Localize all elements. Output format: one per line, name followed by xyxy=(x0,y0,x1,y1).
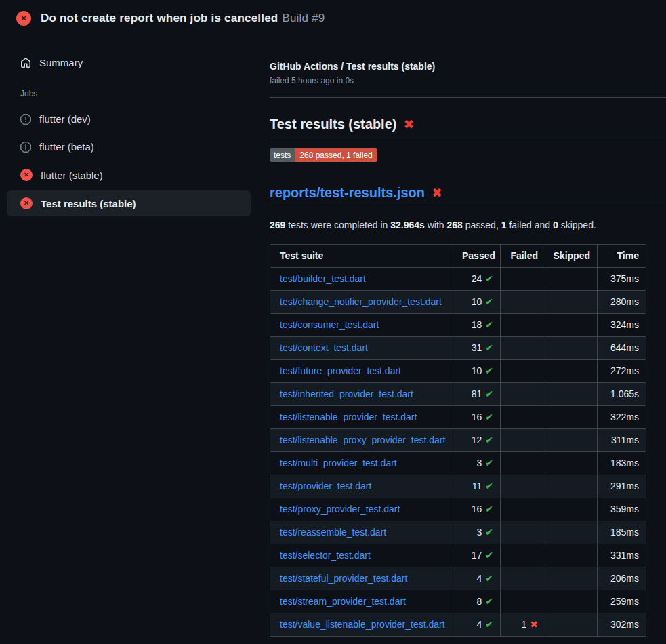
check-icon: ✔ xyxy=(485,504,493,515)
test-suite-cell: test/consumer_test.dart xyxy=(270,314,455,337)
check-icon: ✔ xyxy=(485,296,493,307)
check-icon: ✔ xyxy=(485,596,493,607)
passed-cell: 12✔ xyxy=(455,429,501,452)
sidebar-item-flutter-beta[interactable]: flutter (beta) xyxy=(7,134,251,159)
sidebar-item-label: flutter (beta) xyxy=(39,141,94,153)
failed-cell xyxy=(501,567,545,590)
test-suite-link[interactable]: test/listenable_provider_test.dart xyxy=(280,411,417,422)
failed-cell xyxy=(501,590,545,613)
test-suite-link[interactable]: test/selector_test.dart xyxy=(280,550,371,561)
sidebar-item-flutter-stable[interactable]: ✕ flutter (stable) xyxy=(7,162,251,188)
test-suite-link[interactable]: test/multi_provider_test.dart xyxy=(280,458,397,468)
skipped-cell xyxy=(545,521,598,544)
table-row: test/stateful_provider_test.dart4✔206ms xyxy=(270,567,646,590)
sidebar-item-label: flutter (dev) xyxy=(39,113,91,125)
summary-text: with xyxy=(425,220,447,230)
table-row: test/future_provider_test.dart10✔272ms xyxy=(270,360,646,383)
test-suite-link[interactable]: test/future_provider_test.dart xyxy=(280,365,401,376)
check-icon: ✔ xyxy=(485,550,493,561)
time-cell: 183ms xyxy=(598,452,646,475)
failed-cell xyxy=(501,498,545,521)
skipped-cell xyxy=(545,383,598,406)
test-suite-link[interactable]: test/reassemble_test.dart xyxy=(280,527,386,538)
table-row: test/change_notifier_provider_test.dart1… xyxy=(270,291,646,314)
check-icon: ✔ xyxy=(485,411,493,422)
check-icon: ✔ xyxy=(485,342,493,353)
table-row: test/builder_test.dart24✔375ms xyxy=(270,268,646,291)
test-results-table: Test suite Passed Failed Skipped Time te… xyxy=(270,244,646,637)
skipped-cell xyxy=(545,314,598,337)
divider xyxy=(270,97,666,98)
build-number: Build #9 xyxy=(282,12,325,24)
test-suite-cell: test/value_listenable_provider_test.dart xyxy=(270,613,455,637)
passed-cell: 4✔ xyxy=(455,567,501,590)
passed-cell-value: 12 xyxy=(472,435,482,445)
passed-cell-value: 4 xyxy=(476,573,482,584)
table-row: test/inherited_provider_test.dart81✔1.06… xyxy=(270,383,646,406)
test-suite-link[interactable]: test/provider_test.dart xyxy=(280,481,371,491)
test-suite-cell: test/context_test.dart xyxy=(270,337,455,360)
passed-cell: 31✔ xyxy=(455,337,501,360)
sidebar-item-label: Summary xyxy=(39,57,83,68)
skipped-cell xyxy=(545,544,598,567)
check-icon: ✔ xyxy=(485,481,493,491)
time-cell: 311ms xyxy=(598,429,646,452)
table-row: test/multi_provider_test.dart3✔183ms xyxy=(270,452,646,475)
passed-cell-value: 3 xyxy=(476,458,482,468)
results-table-body: test/builder_test.dart24✔375mstest/chang… xyxy=(270,268,646,637)
table-row: test/context_test.dart31✔644ms xyxy=(270,337,646,360)
passed-cell: 16✔ xyxy=(455,498,501,521)
time-cell: 185ms xyxy=(598,521,646,544)
test-suite-link[interactable]: test/inherited_provider_test.dart xyxy=(280,388,413,399)
check-icon: ✔ xyxy=(485,619,493,630)
time-cell: 291ms xyxy=(598,475,646,498)
column-header-test-suite: Test suite xyxy=(270,245,455,268)
passed-cell-value: 4 xyxy=(476,619,482,630)
summary-text: passed, xyxy=(463,220,501,230)
tests-badge: tests 268 passed, 1 failed xyxy=(270,148,377,162)
sidebar-item-flutter-dev[interactable]: flutter (dev) xyxy=(7,106,251,132)
sidebar-item-label: flutter (stable) xyxy=(41,169,103,181)
passed-cell-value: 81 xyxy=(472,388,482,399)
sidebar-item-summary[interactable]: Summary xyxy=(7,50,251,75)
test-suite-link[interactable]: test/builder_test.dart xyxy=(280,273,366,284)
test-suite-link[interactable]: test/value_listenable_provider_test.dart xyxy=(280,619,445,630)
test-suite-link[interactable]: test/change_notifier_provider_test.dart xyxy=(280,296,442,307)
test-suite-cell: test/provider_test.dart xyxy=(270,475,455,498)
test-suite-link[interactable]: test/context_test.dart xyxy=(280,342,368,353)
table-row: test/reassemble_test.dart3✔185ms xyxy=(270,521,646,544)
job-status-line: failed 5 hours ago in 0s xyxy=(270,76,666,85)
skipped-cell xyxy=(545,429,598,452)
test-suite-link[interactable]: test/stateful_provider_test.dart xyxy=(280,573,407,584)
column-header-passed: Passed xyxy=(455,245,501,268)
cross-mark-icon: ✖ xyxy=(403,117,414,132)
test-suite-cell: test/multi_provider_test.dart xyxy=(270,452,455,475)
check-icon: ✔ xyxy=(485,435,493,445)
failed-status-icon: ✕ xyxy=(20,197,33,209)
duration: 32.964s xyxy=(390,220,425,230)
test-suite-link[interactable]: test/proxy_provider_test.dart xyxy=(280,504,400,515)
sidebar-item-test-results-stable[interactable]: ✕ Test results (stable) xyxy=(7,190,251,216)
passed-cell: 8✔ xyxy=(455,590,501,613)
test-suite-link[interactable]: test/consumer_test.dart xyxy=(280,319,379,330)
summary-text: failed and xyxy=(507,220,554,230)
table-row: test/listenable_provider_test.dart16✔322… xyxy=(270,406,646,429)
passed-cell: 81✔ xyxy=(455,383,501,406)
passed-cell-value: 10 xyxy=(472,365,482,376)
passed-cell: 18✔ xyxy=(455,314,501,337)
failed-cell xyxy=(501,314,545,337)
test-suite-link[interactable]: test/stream_provider_test.dart xyxy=(280,596,406,607)
skipped-cell xyxy=(545,567,598,590)
skipped-cell xyxy=(545,337,598,360)
passed-cell: 10✔ xyxy=(455,291,501,314)
table-row: test/proxy_provider_test.dart16✔359ms xyxy=(270,498,646,521)
report-file-link[interactable]: reports/test-results.json xyxy=(270,185,425,200)
failed-cell xyxy=(501,291,545,314)
test-suite-cell: test/change_notifier_provider_test.dart xyxy=(270,291,455,314)
test-suite-link[interactable]: test/listenable_proxy_provider_test.dart xyxy=(280,435,445,445)
test-suite-cell: test/selector_test.dart xyxy=(270,544,455,567)
table-row: test/listenable_proxy_provider_test.dart… xyxy=(270,429,646,452)
passed-cell: 24✔ xyxy=(455,268,501,291)
skipped-cell xyxy=(545,406,598,429)
passed-cell-value: 18 xyxy=(472,319,482,330)
